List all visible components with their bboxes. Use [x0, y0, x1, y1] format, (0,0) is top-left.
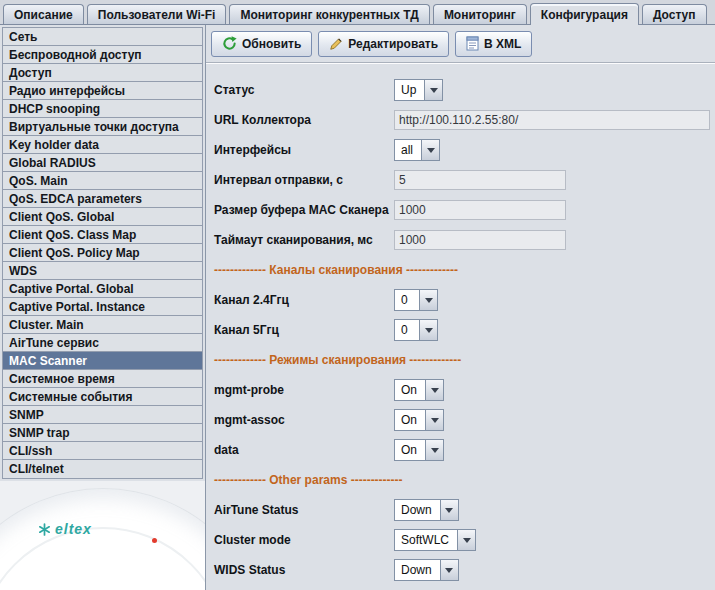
chevron-down-icon[interactable]	[421, 140, 439, 160]
sidebar-item-system-time[interactable]: Системное время	[3, 370, 202, 388]
sidebar-item-global-radius[interactable]: Global RADIUS	[3, 154, 202, 172]
channel-5ghz-dropdown[interactable]: 0	[394, 319, 438, 341]
sidebar-item-qos-main[interactable]: QoS. Main	[3, 172, 202, 190]
refresh-button[interactable]: Обновить	[211, 31, 312, 57]
status-dropdown[interactable]: Up	[394, 79, 443, 101]
chevron-down-icon[interactable]	[440, 500, 458, 520]
sidebar-item-snmp[interactable]: SNMP	[3, 406, 202, 424]
tab-label: Доступ	[653, 8, 696, 22]
data-label: data	[214, 443, 394, 457]
sidebar-item-label: SNMP	[9, 408, 44, 422]
sidebar-item-label: Доступ	[9, 66, 52, 80]
sidebar-item-cluster-main[interactable]: Cluster. Main	[3, 316, 202, 334]
chevron-down-glyph	[431, 388, 439, 393]
interfaces-selected-value: all	[395, 140, 421, 160]
sidebar-item-system-events[interactable]: Системные события	[3, 388, 202, 406]
sidebar-item-wireless-access[interactable]: Беспроводной доступ	[3, 46, 202, 64]
sidebar-item-radio-interfaces[interactable]: Радио интерфейсы	[3, 82, 202, 100]
form-row-collector-url: URL Коллектора	[214, 105, 715, 135]
chevron-down-icon[interactable]	[425, 380, 443, 400]
tab-wifi-users[interactable]: Пользователи Wi-Fi	[87, 4, 227, 24]
tab-label: Мониторинг конкурентных ТД	[240, 8, 418, 22]
airtune-status-dropdown[interactable]: Down	[394, 499, 459, 521]
chevron-down-icon[interactable]	[457, 530, 475, 550]
chevron-down-glyph	[425, 328, 433, 333]
sidebar-item-label: Беспроводной доступ	[9, 48, 142, 62]
sidebar-item-label: Captive Portal. Instance	[9, 300, 145, 314]
form-row-cluster-mode: Cluster modeSoftWLC	[214, 525, 715, 555]
xml-document-button[interactable]: В XML	[455, 31, 532, 57]
edit-pencil-button[interactable]: Редактировать	[318, 31, 449, 57]
mgmt-assoc-dropdown[interactable]: On	[394, 409, 444, 431]
sidebar-item-dhcp-snooping[interactable]: DHCP snooping	[3, 100, 202, 118]
eltex-logo-text: eltex	[55, 521, 92, 537]
sidebar-item-cli-telnet[interactable]: CLI/telnet	[3, 460, 202, 478]
data-dropdown[interactable]: On	[394, 439, 444, 461]
sidebar-item-label: Cluster. Main	[9, 318, 84, 332]
airtune-status-selected-value: Down	[395, 500, 440, 520]
form-row-wids-status: WIDS StatusDown	[214, 555, 715, 585]
chevron-down-icon[interactable]	[419, 320, 437, 340]
sidebar-item-virtual-access-points[interactable]: Виртуальные точки доступа	[3, 118, 202, 136]
tab-neighbor-ap-monitoring[interactable]: Мониторинг конкурентных ТД	[229, 4, 429, 24]
sidebar-item-label: Global RADIUS	[9, 156, 96, 170]
form-row-status: СтатусUp	[214, 75, 715, 105]
wids-status-dropdown[interactable]: Down	[394, 559, 459, 581]
tab-access[interactable]: Доступ	[642, 4, 707, 24]
status-label: Статус	[214, 83, 394, 97]
chevron-down-glyph	[431, 418, 439, 423]
sidebar-item-captive-portal-global[interactable]: Captive Portal. Global	[3, 280, 202, 298]
mac-scanner-buffer-size-label: Размер буфера MAC Сканера	[214, 203, 394, 217]
form-row-interfaces: Интерфейсыall	[214, 135, 715, 165]
send-interval-field[interactable]	[394, 170, 566, 190]
cluster-mode-dropdown[interactable]: SoftWLC	[394, 529, 476, 551]
sidebar-item-qos-edca-parameters[interactable]: QoS. EDCA parameters	[3, 190, 202, 208]
button-label: Обновить	[242, 37, 301, 51]
collector-url-field[interactable]	[394, 110, 710, 130]
toolbar: ОбновитьРедактироватьВ XML	[206, 25, 715, 63]
sidebar-item-label: Key holder data	[9, 138, 99, 152]
tab-configuration[interactable]: Конфигурация	[530, 3, 639, 25]
interfaces-dropdown[interactable]: all	[394, 139, 440, 161]
chevron-down-icon[interactable]	[425, 410, 443, 430]
sidebar-item-mac-scanner[interactable]: MAC Scanner	[3, 352, 202, 370]
section-title: ------------- Other params -------------	[214, 473, 403, 487]
xml-document-icon	[466, 36, 479, 51]
sidebar-item-key-holder-data[interactable]: Key holder data	[3, 136, 202, 154]
sidebar-item-captive-portal-instance[interactable]: Captive Portal. Instance	[3, 298, 202, 316]
wids-status-label: WIDS Status	[214, 563, 394, 577]
mgmt-probe-dropdown[interactable]: On	[394, 379, 444, 401]
sidebar-item-label: Client QoS. Global	[9, 210, 114, 224]
refresh-icon	[222, 36, 237, 51]
section-title: ------------- Каналы сканирования ------…	[214, 263, 458, 277]
sidebar-item-network[interactable]: Сеть	[3, 28, 202, 46]
chevron-down-icon[interactable]	[440, 560, 458, 580]
sidebar-item-cli-ssh[interactable]: CLI/ssh	[3, 442, 202, 460]
sidebar-item-snmp-trap[interactable]: SNMP trap	[3, 424, 202, 442]
send-interval-label: Интервал отправки, с	[214, 173, 394, 187]
tab-label: Пользователи Wi-Fi	[98, 8, 216, 22]
sidebar: СетьБеспроводной доступДоступРадио интер…	[0, 25, 206, 590]
chevron-down-icon[interactable]	[425, 440, 443, 460]
mac-scanner-buffer-size-field[interactable]	[394, 200, 566, 220]
sidebar-item-label: CLI/telnet	[9, 462, 64, 476]
sidebar-item-label: Радио интерфейсы	[9, 84, 125, 98]
sidebar-item-label: Client QoS. Policy Map	[9, 246, 140, 260]
sidebar-item-label: Системное время	[9, 372, 115, 386]
sidebar-item-client-qos-global[interactable]: Client QoS. Global	[3, 208, 202, 226]
chevron-down-icon[interactable]	[419, 290, 437, 310]
sidebar-item-access[interactable]: Доступ	[3, 64, 202, 82]
device-led-dot	[152, 538, 157, 543]
sidebar-item-wds[interactable]: WDS	[3, 262, 202, 280]
form-row-airtune-status: AirTune StatusDown	[214, 495, 715, 525]
sidebar-item-client-qos-policy-map[interactable]: Client QoS. Policy Map	[3, 244, 202, 262]
scan-timeout-field[interactable]	[394, 230, 566, 250]
sidebar-item-client-qos-class-map[interactable]: Client QoS. Class Map	[3, 226, 202, 244]
sidebar-item-label: AirTune сервис	[9, 336, 99, 350]
chevron-down-icon[interactable]	[424, 80, 442, 100]
sidebar-item-airtune-service[interactable]: AirTune сервис	[3, 334, 202, 352]
channel-2-4ghz-dropdown[interactable]: 0	[394, 289, 438, 311]
tab-description[interactable]: Описание	[3, 4, 84, 24]
tab-monitoring[interactable]: Мониторинг	[433, 4, 527, 24]
content-area: СетьБеспроводной доступДоступРадио интер…	[0, 25, 715, 590]
